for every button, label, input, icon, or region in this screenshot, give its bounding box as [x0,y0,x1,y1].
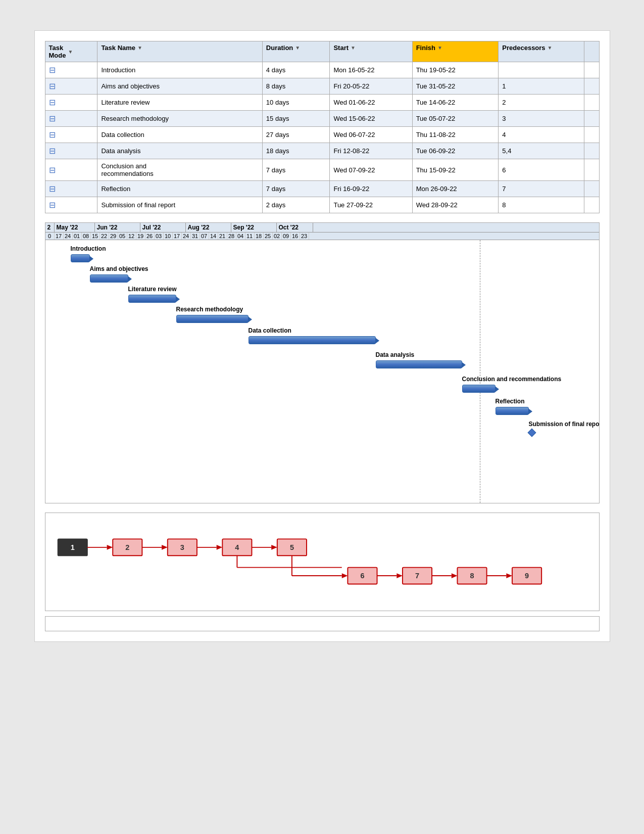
task-start-cell-5: Wed 06-07-22 [330,127,412,143]
gantt-week-16: 31 [191,233,200,240]
network-svg: 1 2 3 4 5 [53,523,591,599]
node-5-label: 5 [289,543,293,551]
task-name-cell-5: Data collection [97,127,262,143]
gantt-bar-tip-6 [462,362,466,368]
gantt-body: IntroductionAims and objectivesLiteratur… [45,240,599,503]
task-pred-cell-9: 8 [499,197,584,213]
task-duration-cell-7: 7 days [262,159,330,181]
task-pred-cell-7: 6 [499,159,584,181]
gantt-week-19: 21 [218,233,227,240]
gantt-week-22: 11 [245,233,255,240]
col-start-label: Start [333,44,349,52]
col-header-name[interactable]: Task Name ▼ [97,41,262,62]
col-start-arrow[interactable]: ▼ [351,45,356,51]
task-start-cell-4: Wed 15-06-22 [330,111,412,127]
bottom-bar [45,616,600,631]
node-9-label: 9 [525,572,529,580]
task-name-cell-6: Data analysis [97,143,262,159]
gantt-bar-tip-2 [128,276,132,282]
gantt-bar-container-5: Data collection [249,336,477,344]
gantt-bar-container-6: Data analysis [376,360,563,368]
task-start-cell-2: Fri 20-05-22 [330,78,412,95]
col-finish-arrow[interactable]: ▼ [437,45,442,51]
today-line [480,240,480,503]
gantt-bar-5 [249,336,376,344]
task-duration-cell-5: 27 days [262,127,330,143]
gantt-bar-7 [462,385,496,393]
task-mode-cell-7: ⊟ [45,159,97,181]
gantt-bar-label-2: Aims and objectives [90,265,148,272]
col-header-duration[interactable]: Duration ▼ [262,41,330,62]
task-start-cell-9: Tue 27-09-22 [330,197,412,213]
task-mode-icon: ⊟ [49,114,56,123]
col-header-finish[interactable]: Finish ▼ [412,41,499,62]
task-pred-cell-4: 3 [499,111,584,127]
gantt-bar-container-9: Submission of final report [529,430,600,436]
gantt-month-6: Oct '22 [277,223,313,232]
gantt-week-14: 17 [173,233,182,240]
task-finish-cell-6: Tue 06-09-22 [412,143,499,159]
node-8-label: 8 [470,572,474,580]
node-3-label: 3 [180,543,184,551]
col-duration-arrow[interactable]: ▼ [295,45,300,51]
gantt-bar-tip-8 [528,408,532,414]
gantt-week-row: 0172401081522290512192603101724310714212… [45,233,599,240]
gantt-month-2: Jun '22 [95,223,140,232]
task-start-cell-8: Fri 16-09-22 [330,181,412,197]
gantt-week-26: 09 [282,233,291,240]
gantt-bar-8 [496,407,529,415]
task-duration-cell-3: 10 days [262,95,330,111]
gantt-milestone-9 [527,429,536,437]
task-mode-cell-5: ⊟ [45,127,97,143]
gantt-week-21: 04 [236,233,245,240]
gantt-bar-tip-4 [248,316,252,322]
col-pred-arrow[interactable]: ▼ [548,45,553,51]
col-duration-label: Duration [266,44,293,52]
task-pred-cell-6: 5,4 [499,143,584,159]
task-finish-cell-7: Thu 15-09-22 [412,159,499,181]
node-6-label: 6 [360,572,364,580]
gantt-week-1: 17 [55,233,64,240]
task-pred-cell-1 [499,62,584,78]
node-7-label: 7 [415,572,419,580]
task-extra-cell-2 [584,78,599,95]
gantt-week-25: 02 [273,233,282,240]
task-mode-cell-1: ⊟ [45,62,97,78]
col-mode-arrow[interactable]: ▼ [68,49,73,55]
task-extra-cell-8 [584,181,599,197]
task-extra-cell-3 [584,95,599,111]
task-table: TaskMode ▼ Task Name ▼ Duration ▼ [45,41,600,213]
task-start-cell-1: Mon 16-05-22 [330,62,412,78]
task-pred-cell-3: 2 [499,95,584,111]
col-header-predecessors[interactable]: Predecessors ▼ [499,41,584,62]
task-name-cell-7: Conclusion andrecommendations [97,159,262,181]
task-pred-cell-5: 4 [499,127,584,143]
gantt-bar-container-2: Aims and objectives [90,274,229,283]
task-finish-cell-5: Thu 11-08-22 [412,127,499,143]
arrow-6-7-head [397,573,403,578]
task-mode-cell-3: ⊟ [45,95,97,111]
task-start-cell-6: Fri 12-08-22 [330,143,412,159]
col-finish-label: Finish [416,44,435,52]
gantt-week-7: 29 [109,233,118,240]
task-extra-cell-7 [584,159,599,181]
task-mode-icon: ⊟ [49,66,56,74]
task-mode-cell-8: ⊟ [45,181,97,197]
task-mode-cell-4: ⊟ [45,111,97,127]
col-name-arrow[interactable]: ▼ [137,45,142,51]
gantt-bar-tip-7 [495,386,499,392]
gantt-week-8: 05 [118,233,127,240]
gantt-week-11: 26 [145,233,155,240]
task-finish-cell-2: Tue 31-05-22 [412,78,499,95]
col-header-start[interactable]: Start ▼ [330,41,412,62]
gantt-week-27: 16 [291,233,300,240]
gantt-bar-label-7: Conclusion and recommendations [462,376,562,383]
gantt-week-6: 22 [100,233,109,240]
task-extra-cell-1 [584,62,599,78]
task-finish-cell-1: Thu 19-05-22 [412,62,499,78]
gantt-week-28: 23 [300,233,309,240]
col-header-mode[interactable]: TaskMode ▼ [45,41,97,62]
task-finish-cell-9: Wed 28-09-22 [412,197,499,213]
gantt-week-3: 01 [73,233,82,240]
arrow-1-2-head [107,545,113,550]
